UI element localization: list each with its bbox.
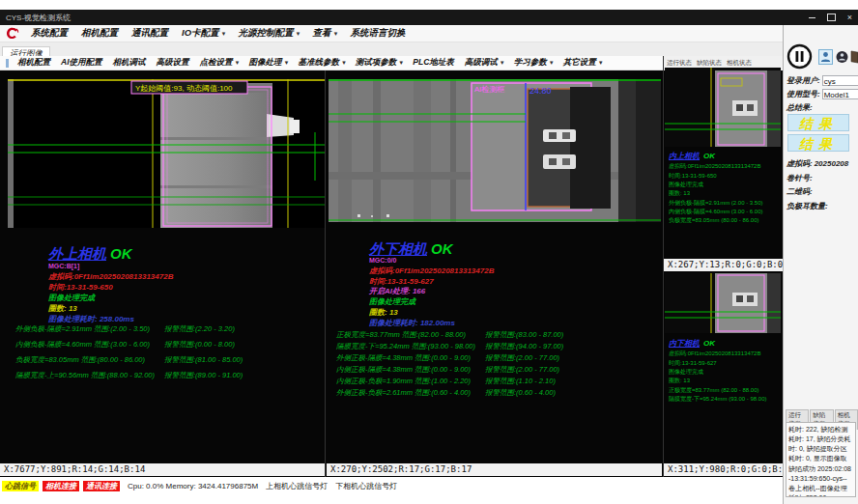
pause-icon <box>786 43 813 70</box>
chevron-down-icon: ▼ <box>341 60 347 66</box>
bright-component <box>732 100 758 116</box>
mid-camera-name: 外下相机 <box>369 240 427 257</box>
left-coord-statusline: X:7677;Y:891;R:14;G:14;B:14 <box>0 463 325 476</box>
small-top-text: 内上相机OK 虚拟码:0Ff1im2025020813313472B时间:13-… <box>669 151 781 225</box>
mid-vcode: 虚拟码:0Ff1im2025020813313472B <box>369 266 494 276</box>
maximize-icon[interactable] <box>827 14 836 21</box>
measurement-row: 外侧负极-隔膜=2.91mm 范围:(2.00 - 3.50) 报警范围:(2.… <box>15 324 325 340</box>
operator-button[interactable] <box>835 49 849 65</box>
mid-coord-statusline: X:270;Y:2502;R:17;G:17;B:17 <box>327 463 662 476</box>
toolbar-item[interactable]: 相机配置 <box>17 57 52 69</box>
exit-button[interactable] <box>849 49 858 65</box>
left-camera-name: 外上相机 <box>48 245 106 262</box>
tab-strip: 运行图像 <box>0 42 783 57</box>
mid-ai-line: 开启AI处理: 166 <box>369 286 425 296</box>
result-box-2: 结果 <box>787 134 849 152</box>
left-camera-image: Y起始阈值:93, 动态阈值:100 <box>8 79 325 228</box>
vcode-value: 20250208 <box>815 159 849 168</box>
control-panel: 登录用户: cys 使用型号: Model1 总结果: 结果 结果 虚拟码: 2… <box>783 25 858 504</box>
small-top-camera-view[interactable] <box>665 68 781 147</box>
toolbar-item[interactable]: 学习参数 ▼ <box>514 57 555 69</box>
tab-count-field: 负极耳数量: <box>786 201 830 211</box>
logout-door-icon <box>850 50 858 64</box>
chevron-down-icon: ▼ <box>221 31 227 37</box>
measurement-row: 外侧正极-隔膜=4.38mm 范围:(0.00 - 9.00) 报警范围:(2.… <box>336 353 659 365</box>
small-top-coord-statusline: X:267;Y:13;R:0;G:0;B:0 <box>664 259 783 271</box>
lower-camera-heartbeat-lamp: 下相机心跳信号灯 <box>335 481 397 491</box>
menu-item[interactable]: 系统配置 <box>31 27 70 40</box>
small-bottom-text: 内下相机OK 虚拟码:0Ff1im2025020813313472B时间:13-… <box>669 338 781 404</box>
chevron-down-icon: ▼ <box>598 60 604 66</box>
toolbar-item[interactable]: 高级调试 ▼ <box>465 57 505 69</box>
model-input[interactable]: Model1 <box>822 89 858 99</box>
measurement-row: 外侧正极-负极=2.61mm 范围:(0.60 - 4.00) 报警范围:(0.… <box>336 388 659 400</box>
small-bottom-camera-view[interactable] <box>665 273 781 333</box>
total-result-label: 总结果: <box>786 102 813 113</box>
info-line: 正极宽度=83.77mm (82.00 - 88.00) <box>669 386 781 395</box>
left-camera-view[interactable]: Y起始阈值:93, 动态阈值:100 <box>8 79 325 228</box>
measurement-row: 正极宽度=83.77mm 范围:(82.00 - 88.00) 报警范围:(83… <box>336 330 659 342</box>
mid-measurements: 正极宽度=83.77mm 范围:(82.00 - 88.00) 报警范围:(83… <box>336 330 659 400</box>
vcode-label: 虚拟码: <box>786 158 813 169</box>
header-label-run[interactable]: 运行状态 <box>667 59 692 68</box>
window-title: CYS-视觉检测系统 <box>6 13 71 23</box>
mid-loop-count: 圈数: 13 <box>369 307 398 318</box>
menu-item[interactable]: 查看 ▼ <box>312 27 338 40</box>
mid-camera-view[interactable]: AI检测框 24.80 <box>329 79 661 222</box>
measurement-row: 隔膜宽度-下=95.24mm 范围:(93.00 - 98.00) 报警范围:(… <box>336 342 659 353</box>
menu-item[interactable]: 系统语言切换 <box>350 27 407 40</box>
menu-item[interactable]: IO卡配置 ▼ <box>182 27 226 40</box>
ai-box-label: AI检测框 <box>474 85 505 94</box>
info-line: 圈数: 13 <box>669 377 781 385</box>
left-loop-count: 圈数: 13 <box>48 303 77 314</box>
app-window: CYS-视觉检测系统 × 系统配置 相机配置 通讯配置 <box>0 0 858 504</box>
tab-count-label: 负极耳数量: <box>786 201 828 211</box>
chevron-down-icon: ▼ <box>283 60 289 66</box>
left-result-title: 外上相机OK <box>48 245 132 264</box>
measurement-row: 内侧正极-隔膜=4.38mm 范围:(0.00 - 9.00) 报警范围:(2.… <box>336 365 659 377</box>
camera-connect-badge: 相机连接 <box>43 481 79 491</box>
pause-button[interactable] <box>786 43 813 70</box>
mid-done-status: 图像处理完成 <box>369 296 415 307</box>
chevron-down-icon: ▼ <box>398 60 404 66</box>
upper-camera-heartbeat-lamp: 上相机心跳信号灯 <box>266 481 328 491</box>
app-logo-icon <box>5 26 19 41</box>
login-user-input[interactable]: cys <box>822 75 858 86</box>
toolbar-item[interactable]: 基准线参数 ▼ <box>298 57 346 69</box>
toolbar-item[interactable]: AI使用配置 <box>61 57 104 69</box>
small-bottom-coord-statusline: X:311;Y:980;R:0;G:0;B:0 <box>664 463 783 476</box>
runtime-info-box[interactable]: 耗时: 222, 缺陷检测耗时: 17, 缺陷分类耗时: 0, 缺陷提取分区耗时… <box>786 422 856 497</box>
toolbar-item[interactable]: 测试项参数 ▼ <box>356 57 404 69</box>
close-icon[interactable]: × <box>847 14 852 22</box>
login-user-button[interactable] <box>818 49 833 65</box>
toolbar-item[interactable]: 图像处理 ▼ <box>248 57 289 69</box>
chevron-down-icon: ▼ <box>332 31 338 37</box>
header-label-defect[interactable]: 缺陷状态 <box>697 59 722 68</box>
status-bar: 心跳信号 相机连接 通讯连接 Cpu: 0.0% Memory: 3424.41… <box>0 479 783 492</box>
toolbar-item[interactable]: 其它设置 ▼ <box>563 57 604 69</box>
toolbar-item[interactable]: 点检设置 ▼ <box>200 57 241 69</box>
comm-connect-badge: 通讯连接 <box>83 481 120 491</box>
menu-item[interactable]: 光源控制配置 ▼ <box>238 27 300 40</box>
info-line: 负极宽度=83.05mm (80.00 - 86.00) <box>669 216 781 225</box>
small-top-title: 内上相机OK <box>669 151 781 162</box>
menu-item[interactable]: 相机配置 <box>81 27 120 40</box>
left-elapsed: 图像处理耗时: 258.00ms <box>48 314 134 324</box>
toolbar-item[interactable]: 高级设置 <box>157 57 191 69</box>
left-time: 时间:13-31-59-650 <box>48 282 113 293</box>
header-label-camera[interactable]: 相机状态 <box>727 59 752 68</box>
left-done-status: 图像处理完成 <box>48 293 95 303</box>
qrcode-field: 二维码: <box>786 186 815 197</box>
info-line: 虚拟码:0Ff1im2025020813313472B <box>669 350 781 358</box>
chevron-down-icon: ▼ <box>500 60 505 66</box>
small-top-lines: 虚拟码:0Ff1im2025020813313472B时间:13-31-59-6… <box>669 162 781 225</box>
left-measurements: 外侧负极-隔膜=2.91mm 范围:(2.00 - 3.50) 报警范围:(2.… <box>15 324 325 386</box>
toolbar-item[interactable]: PLC地址表 <box>413 57 456 69</box>
menu-item[interactable]: 通讯配置 <box>131 27 170 40</box>
left-subinfo: MGC:B[1] <box>48 263 79 269</box>
measurement-row: 内侧正极-负极=1.90mm 范围:(1.00 - 2.20) 报警范围:(1.… <box>336 377 659 388</box>
cpu-memory-readout: Cpu: 0.0% Memory: 3424.41796875M <box>128 482 258 490</box>
toolbar-item[interactable]: 相机调试 <box>113 57 148 69</box>
model-field: 使用型号: Model1 <box>786 89 858 99</box>
minimize-icon[interactable] <box>809 17 815 18</box>
